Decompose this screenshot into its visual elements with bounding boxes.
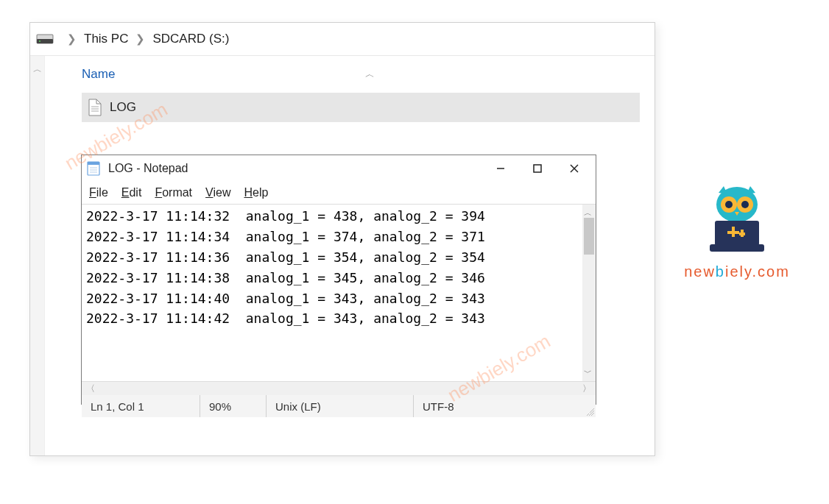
file-row[interactable]: LOG (82, 93, 640, 122)
minimize-button[interactable] (482, 157, 519, 180)
chevron-right-icon[interactable]: 〉 (582, 383, 591, 395)
vertical-scrollbar[interactable]: ︿ ﹀ (582, 205, 596, 381)
column-header-name[interactable]: Name ︿ (82, 56, 655, 93)
menu-format[interactable]: Format (155, 186, 192, 199)
text-file-icon (88, 99, 102, 116)
breadcrumb-item[interactable]: SDCARD (S:) (152, 32, 229, 46)
chevron-right-icon: ❯ (135, 32, 145, 46)
owl-laptop-icon (696, 184, 777, 258)
file-name: LOG (110, 100, 136, 115)
svg-point-18 (725, 201, 733, 208)
text-area[interactable]: 2022-3-17 11:14:32 analog_1 = 438, analo… (82, 205, 582, 381)
chevron-up-icon: ︿ (365, 68, 375, 81)
menubar: File Edit Format View Help (82, 182, 596, 204)
drive-icon (36, 32, 54, 46)
menu-edit[interactable]: Edit (121, 186, 142, 199)
breadcrumb[interactable]: ❯ This PC ❯ SDCARD (S:) (30, 23, 655, 56)
status-eol: Unix (LF) (266, 395, 413, 417)
status-zoom: 90% (200, 395, 266, 417)
scrollbar-thumb[interactable] (584, 218, 594, 255)
close-button[interactable] (556, 157, 593, 180)
maximize-button[interactable] (519, 157, 556, 180)
brand-logo: newbiely.com (682, 184, 792, 280)
menu-help[interactable]: Help (244, 186, 268, 199)
notepad-icon (86, 160, 102, 177)
svg-rect-23 (727, 231, 739, 234)
explorer-scrollbar[interactable]: ︿ (30, 56, 45, 455)
svg-rect-12 (534, 165, 541, 172)
breadcrumb-item[interactable]: This PC (84, 32, 128, 46)
column-header-label: Name (82, 67, 115, 82)
menu-view[interactable]: View (205, 186, 230, 199)
resize-grip-icon[interactable] (582, 395, 596, 417)
titlebar[interactable]: LOG - Notepad (82, 155, 596, 182)
window-controls (482, 157, 593, 180)
statusbar: Ln 1, Col 1 90% Unix (LF) UTF-8 (82, 395, 596, 417)
brand-text: newbiely.com (684, 263, 790, 280)
svg-rect-7 (88, 162, 99, 165)
chevron-up-icon[interactable]: ︿ (584, 207, 592, 219)
status-encoding: UTF-8 (413, 395, 582, 417)
chevron-right-icon: ❯ (67, 32, 77, 46)
svg-rect-25 (739, 233, 745, 235)
notepad-window: LOG - Notepad File Edit Format View Help… (81, 155, 596, 405)
chevron-up-icon[interactable]: ︿ (33, 63, 42, 76)
notepad-body: 2022-3-17 11:14:32 analog_1 = 438, analo… (82, 204, 596, 382)
chevron-down-icon[interactable]: ﹀ (584, 367, 592, 378)
chevron-left-icon[interactable]: 〈 (86, 383, 95, 395)
window-title: LOG - Notepad (108, 162, 482, 175)
svg-point-2 (39, 40, 40, 42)
horizontal-scrollbar[interactable]: 〈 〉 (82, 382, 596, 395)
svg-rect-21 (710, 244, 764, 252)
status-position: Ln 1, Col 1 (82, 395, 200, 417)
svg-point-19 (741, 201, 749, 208)
menu-file[interactable]: File (89, 186, 108, 199)
